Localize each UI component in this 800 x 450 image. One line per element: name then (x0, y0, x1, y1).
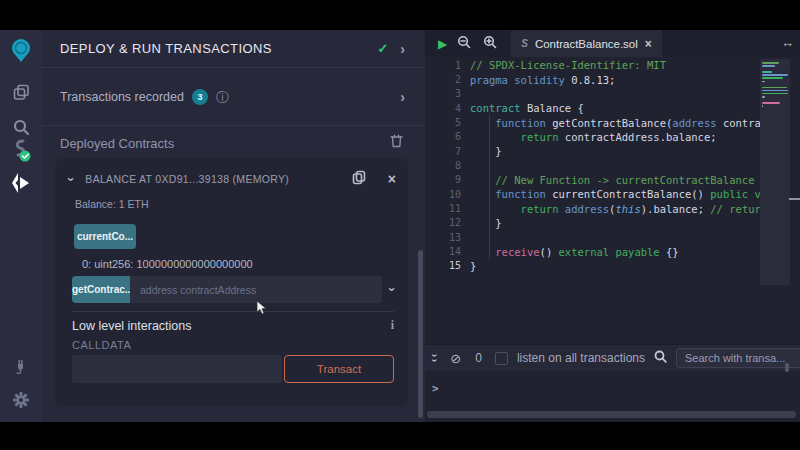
mouse-cursor (256, 300, 268, 320)
line-number: 1 (425, 60, 470, 71)
line-number: 4 (425, 103, 470, 114)
deploy-and-run-icon[interactable] (0, 168, 42, 198)
run-script-icon[interactable]: ▶ (438, 38, 447, 50)
plugin-manager-icon[interactable] (0, 352, 42, 380)
line-number: 6 (425, 131, 470, 142)
deployed-contracts-header: Deployed Contracts (42, 127, 425, 159)
panel-scrollbar[interactable] (418, 250, 423, 418)
code-line: 2pragma solidity 0.8.13; (425, 72, 800, 86)
code-line: 9 // New Function -> currentContractBala… (425, 173, 800, 187)
success-check-icon: ✓ (377, 41, 388, 56)
call-output-value: 0: uint256: 1000000000000000000 (82, 258, 253, 270)
code-line: 4contract Balance { (425, 101, 800, 115)
deployed-contract-card: › BALANCE AT 0XD91...39138 (MEMORY) × Ba… (55, 158, 408, 407)
editor-tabbar: ▶ S (425, 30, 800, 57)
copy-address-icon[interactable] (352, 170, 366, 189)
collapse-chevron-icon[interactable]: › (65, 177, 78, 181)
chevron-right-icon[interactable]: › (400, 42, 405, 56)
line-number: 5 (425, 117, 470, 128)
contract-address-input[interactable] (130, 276, 382, 303)
tab-contract-balance[interactable]: S ContractBalance.sol × (511, 30, 662, 57)
transactions-count-badge: 3 (192, 89, 208, 105)
pending-tx-count: 0 (475, 351, 482, 365)
solidity-compiler-icon[interactable] (0, 136, 42, 166)
contract-instance-title: BALANCE AT 0XD91...39138 (MEMORY) (85, 173, 351, 185)
code-line: 15} (425, 259, 800, 273)
code-editor[interactable]: 1// SPDX-License-Identifier: MIT2pragma … (425, 57, 800, 344)
current-contract-balance-button[interactable]: currentCo... (74, 224, 136, 249)
tab-filename: ContractBalance.sol (535, 38, 638, 50)
panel-title: DEPLOY & RUN TRANSACTIONS (60, 41, 377, 56)
chevron-right-icon[interactable]: › (400, 90, 405, 104)
line-number: 8 (425, 160, 470, 171)
code-line: 7 } (425, 144, 800, 158)
code-line: 3 (425, 87, 800, 101)
terminal-expand-icon[interactable]: ›› (433, 353, 436, 363)
panel-header: DEPLOY & RUN TRANSACTIONS ✓ › (42, 30, 425, 68)
settings-gear-icon[interactable] (0, 386, 42, 414)
close-tab-icon[interactable]: × (645, 37, 652, 51)
zoom-out-icon[interactable] (457, 35, 471, 53)
code-line: 11 return address(this).balance; // retu… (425, 201, 800, 215)
terminal-prompt: > (432, 382, 439, 395)
terminal-toolbar: ›› ⊘ 0 listen on all transactions (425, 344, 800, 371)
terminal-search-icon (654, 349, 667, 367)
transactions-recorded-row[interactable]: Transactions recorded 3 ⓘ › (42, 69, 425, 126)
close-instance-icon[interactable]: × (388, 172, 396, 186)
info-circle-icon[interactable]: ⓘ (216, 91, 400, 104)
low-level-interactions-label: Low level interactions (72, 319, 391, 333)
divider (72, 311, 394, 312)
get-contract-balance-button[interactable]: getContrac... (72, 276, 130, 303)
listen-all-label: listen on all transactions (517, 351, 654, 365)
code-line: 12 } (425, 216, 800, 230)
code-line: 14 receive() external payable {} (425, 244, 800, 258)
code-line: 10 function currentContractBalance() pub… (425, 187, 800, 201)
low-level-info-icon[interactable]: i (391, 318, 394, 333)
line-number: 15 (425, 260, 470, 271)
listen-all-checkbox[interactable] (495, 352, 508, 365)
line-number: 9 (425, 174, 470, 185)
get-contract-balance-row: getContrac... › (72, 276, 394, 303)
line-number: 11 (425, 203, 470, 214)
expand-args-chevron-icon[interactable]: › (385, 287, 398, 291)
terminal-vscroll-thumb[interactable] (785, 363, 789, 372)
terminal-hscroll[interactable] (427, 411, 796, 418)
contract-balance-label: Balance: 1 ETH (75, 198, 149, 210)
remix-logo-icon[interactable] (0, 35, 42, 65)
solidity-file-icon: S (521, 38, 528, 49)
clear-console-icon[interactable]: ⊘ (450, 352, 461, 365)
file-explorer-icon[interactable] (0, 78, 42, 106)
line-number: 7 (425, 146, 470, 157)
zoom-in-icon[interactable] (483, 35, 497, 53)
terminal-console[interactable]: > (425, 371, 800, 411)
transact-button[interactable]: Transact (284, 355, 394, 383)
line-number: 10 (425, 189, 470, 200)
editor-minimap[interactable] (760, 59, 790, 285)
panel-resize-handle[interactable] (789, 198, 800, 200)
line-number: 2 (425, 74, 470, 85)
editor-workspace: ▶ S (425, 30, 800, 422)
line-number: 3 (425, 88, 470, 99)
code-line: 6 return contractAddress.balance; (425, 130, 800, 144)
deploy-run-panel: DEPLOY & RUN TRANSACTIONS ✓ › Transactio… (42, 30, 425, 422)
code-line: 1// SPDX-License-Identifier: MIT (425, 58, 800, 72)
terminal-search-input[interactable] (676, 348, 800, 368)
line-number: 12 (425, 217, 470, 228)
code-line: 5 function getContractBalance(address co… (425, 115, 800, 129)
remix-ide-screen: DEPLOY & RUN TRANSACTIONS ✓ › Transactio… (0, 0, 800, 450)
calldata-label: CALLDATA (72, 339, 131, 351)
trash-icon[interactable] (390, 134, 403, 152)
code-line: 13 (425, 230, 800, 244)
transactions-recorded-label: Transactions recorded (60, 90, 184, 104)
code-line: 8 (425, 158, 800, 172)
line-number: 13 (425, 232, 470, 243)
deployed-contracts-label: Deployed Contracts (60, 136, 390, 151)
expand-horizontal-icon[interactable]: ↔ (781, 35, 794, 50)
line-number: 14 (425, 246, 470, 257)
remix-ide-window: DEPLOY & RUN TRANSACTIONS ✓ › Transactio… (0, 30, 800, 422)
activity-bar (0, 30, 42, 422)
calldata-input[interactable] (72, 355, 282, 383)
